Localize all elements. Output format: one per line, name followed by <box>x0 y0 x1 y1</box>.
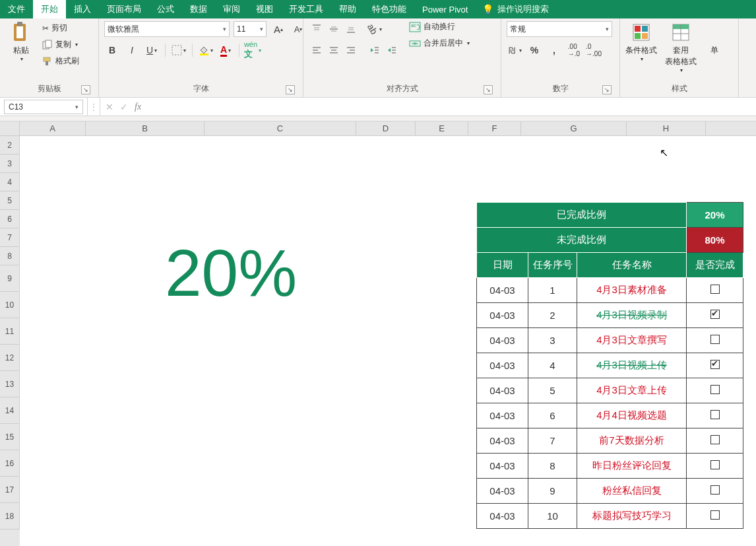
task-date[interactable]: 04-03 <box>477 403 528 428</box>
comma-button[interactable]: , <box>546 42 562 58</box>
orientation-button[interactable]: ab▾ <box>367 21 383 37</box>
task-name[interactable]: 4月3日素材准备 <box>577 278 687 303</box>
fx-icon[interactable]: fx <box>135 102 141 112</box>
checkbox[interactable] <box>710 435 720 444</box>
task-date[interactable]: 04-03 <box>477 428 528 454</box>
checkbox[interactable] <box>710 285 720 294</box>
task-name[interactable]: 前7天数据分析 <box>577 428 687 454</box>
select-all-button[interactable] <box>0 121 20 135</box>
fill-color-button[interactable]: ▾ <box>198 42 214 58</box>
align-launcher[interactable]: ↘ <box>484 85 493 94</box>
task-seq[interactable]: 8 <box>528 454 577 479</box>
row-header-8[interactable]: 8 <box>0 247 20 265</box>
col-header-D[interactable]: D <box>356 121 416 135</box>
task-name[interactable]: 4月3日文章上传 <box>577 378 687 403</box>
task-date[interactable]: 04-03 <box>477 504 528 529</box>
merge-center-button[interactable]: 合并后居中▾ <box>409 38 470 49</box>
col-header-C[interactable]: C <box>205 121 356 135</box>
clipboard-launcher[interactable]: ↘ <box>81 85 90 94</box>
task-done-cell[interactable] <box>687 278 743 303</box>
tab-公式[interactable]: 公式 <box>149 0 182 18</box>
align-bottom-button[interactable] <box>343 21 359 37</box>
col-header-F[interactable]: F <box>468 121 521 135</box>
row-header-16[interactable]: 16 <box>0 450 20 477</box>
task-seq[interactable]: 9 <box>528 479 577 504</box>
checkbox[interactable] <box>710 410 720 419</box>
tab-帮助[interactable]: 帮助 <box>331 0 364 18</box>
format-painter-button[interactable]: 格式刷 <box>42 55 79 67</box>
cells-area[interactable]: 20% 已完成比例 20% 未完成比例 80% 日期 任务序号 任务名称 是否完… <box>20 136 756 546</box>
tab-审阅[interactable]: 审阅 <box>215 0 248 18</box>
row-header-12[interactable]: 12 <box>0 345 20 371</box>
decrease-indent-button[interactable] <box>367 42 383 58</box>
task-done-cell[interactable] <box>687 454 743 479</box>
cancel-icon[interactable]: ✕ <box>106 102 113 112</box>
font-color-button[interactable]: A▾ <box>218 42 234 58</box>
align-top-button[interactable] <box>309 21 325 37</box>
checkbox[interactable] <box>710 485 720 495</box>
task-seq[interactable]: 7 <box>528 428 577 454</box>
task-name[interactable]: 粉丝私信回复 <box>577 479 687 504</box>
row-header-18[interactable]: 18 <box>0 503 20 529</box>
tab-开发工具[interactable]: 开发工具 <box>281 0 331 18</box>
cell-styles-button[interactable]: 单 <box>705 21 724 56</box>
task-done-cell[interactable] <box>687 328 743 353</box>
row-header-11[interactable]: 11 <box>0 318 20 345</box>
task-seq[interactable]: 3 <box>528 328 577 353</box>
task-done-cell[interactable] <box>687 403 743 428</box>
row-header-14[interactable]: 14 <box>0 397 20 424</box>
increase-decimal-button[interactable]: .00→.0 <box>566 42 582 58</box>
tab-页面布局[interactable]: 页面布局 <box>99 0 149 18</box>
row-header-3[interactable]: 3 <box>0 154 20 173</box>
align-right-button[interactable] <box>343 42 359 58</box>
font-size-combo[interactable]: 11▾ <box>234 21 267 37</box>
checkbox[interactable] <box>710 310 720 319</box>
bold-button[interactable]: B <box>104 42 120 58</box>
align-middle-button[interactable] <box>326 21 342 37</box>
tab-数据[interactable]: 数据 <box>182 0 215 18</box>
checkbox[interactable] <box>710 460 720 469</box>
checkbox[interactable] <box>710 510 720 520</box>
task-seq[interactable]: 1 <box>528 278 577 303</box>
task-date[interactable]: 04-03 <box>477 378 528 403</box>
checkbox[interactable] <box>710 335 720 344</box>
task-name[interactable]: 4月3日视频录制 <box>577 303 687 328</box>
task-seq[interactable]: 2 <box>528 303 577 328</box>
tab-特色功能[interactable]: 特色功能 <box>364 0 414 18</box>
phonetic-button[interactable]: wén文▾ <box>245 42 261 58</box>
expand-formula-icon[interactable]: ⋮ <box>88 102 100 112</box>
row-header-9[interactable]: 9 <box>0 265 20 292</box>
align-center-button[interactable] <box>326 42 342 58</box>
task-done-cell[interactable] <box>687 303 743 328</box>
col-header-G[interactable]: G <box>521 121 627 135</box>
confirm-icon[interactable]: ✓ <box>120 102 128 112</box>
number-launcher[interactable]: ↘ <box>602 85 612 94</box>
task-date[interactable]: 04-03 <box>477 454 528 479</box>
number-format-combo[interactable]: 常规▾ <box>507 21 612 37</box>
task-name[interactable]: 4月4日视频选题 <box>577 403 687 428</box>
tab-开始[interactable]: 开始 <box>33 0 66 18</box>
task-done-cell[interactable] <box>687 428 743 454</box>
row-header-7[interactable]: 7 <box>0 228 20 247</box>
checkbox[interactable] <box>710 360 720 369</box>
col-header-B[interactable]: B <box>86 121 205 135</box>
task-date[interactable]: 04-03 <box>477 278 528 303</box>
task-done-cell[interactable] <box>687 353 743 378</box>
task-done-cell[interactable] <box>687 378 743 403</box>
decrease-decimal-button[interactable]: .0→.00 <box>586 42 602 58</box>
task-date[interactable]: 04-03 <box>477 479 528 504</box>
formula-input[interactable] <box>148 98 751 116</box>
col-header-H[interactable]: H <box>627 121 706 135</box>
tab-插入[interactable]: 插入 <box>66 0 99 18</box>
task-seq[interactable]: 5 <box>528 378 577 403</box>
accounting-format-button[interactable]: ₪▾ <box>507 42 522 58</box>
tab-视图[interactable]: 视图 <box>248 0 281 18</box>
col-header-E[interactable]: E <box>416 121 468 135</box>
task-seq[interactable]: 4 <box>528 353 577 378</box>
task-seq[interactable]: 10 <box>528 504 577 529</box>
tab-Power Pivot[interactable]: Power Pivot <box>414 0 476 18</box>
tell-me-search[interactable]: 💡操作说明搜索 <box>476 0 555 18</box>
copy-button[interactable]: 复制▾ <box>42 39 79 50</box>
task-name[interactable]: 昨日粉丝评论回复 <box>577 454 687 479</box>
task-done-cell[interactable] <box>687 479 743 504</box>
